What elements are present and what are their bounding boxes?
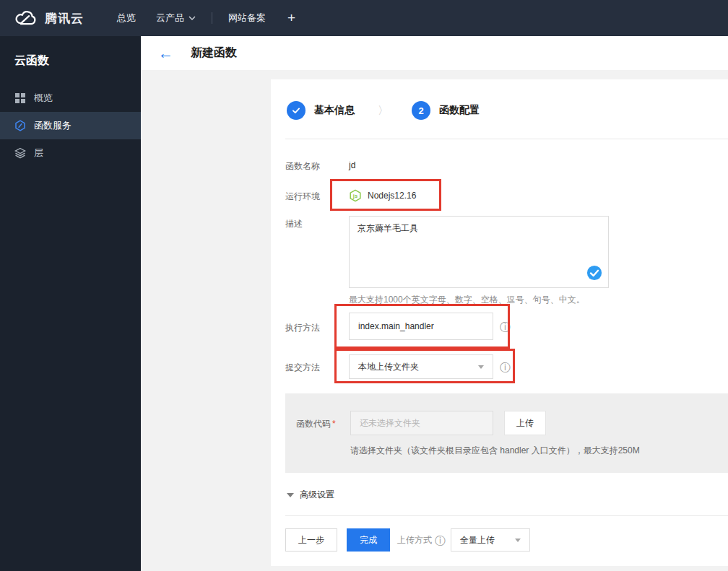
runtime-label: 运行环境 xyxy=(285,188,349,203)
page-title: 新建函数 xyxy=(191,45,237,61)
upload-button[interactable]: 上传 xyxy=(504,411,546,435)
sidebar-item-label: 层 xyxy=(34,147,43,160)
required-asterisk: * xyxy=(332,419,336,429)
function-hexagon-icon xyxy=(14,120,26,131)
folder-path-input xyxy=(350,411,493,435)
sidebar-item-layers[interactable]: 层 xyxy=(0,139,141,167)
nav-item-cloud-products[interactable]: 云产品 xyxy=(146,0,206,36)
top-nav-menu: 总览 云产品 网站备案 + xyxy=(107,0,307,36)
step2-number-circle: 2 xyxy=(412,101,430,120)
svg-text:js: js xyxy=(352,193,358,199)
function-code-section: 函数代码* 上传 请选择文件夹（该文件夹根目录应包含 handler 入口文件）… xyxy=(285,393,728,473)
caret-down-icon xyxy=(515,539,521,542)
runtime-value: Nodejs12.16 xyxy=(368,191,416,201)
caret-down-icon xyxy=(478,365,484,369)
brand-name: 腾讯云 xyxy=(45,10,84,27)
runtime-row: 运行环境 js Nodejs12.16 xyxy=(285,188,728,203)
previous-step-button[interactable]: 上一步 xyxy=(285,528,337,552)
function-config-form: 函数名称 jd 运行环境 js xyxy=(285,158,728,552)
step1-check-circle-icon xyxy=(287,101,306,120)
upload-mode-select[interactable]: 全量上传 xyxy=(451,528,530,552)
advanced-settings-label: 高级设置 xyxy=(300,489,334,501)
handler-row: 执行方法 ⓘ xyxy=(285,313,728,340)
function-code-label-text: 函数代码 xyxy=(296,419,331,429)
layers-icon xyxy=(14,147,26,159)
create-function-card: 基本信息 〉 2 函数配置 函数名称 jd 运行环境 xyxy=(271,79,728,566)
handler-label: 执行方法 xyxy=(285,313,349,340)
info-icon[interactable]: ⓘ xyxy=(500,321,511,332)
footer-actions: 上一步 完成 上传方式 ⓘ 全量上传 xyxy=(285,528,728,552)
nav-divider xyxy=(212,12,212,24)
upload-mode-value: 全量上传 xyxy=(460,534,495,546)
sidebar-item-overview[interactable]: 概览 xyxy=(0,84,141,112)
tencent-cloud-brand[interactable]: 腾讯云 xyxy=(0,10,94,27)
nodejs-icon: js xyxy=(349,189,362,202)
sidebar-item-label: 概览 xyxy=(34,92,53,105)
page-header: ← 新建函数 xyxy=(141,36,728,70)
sidebar-item-label: 函数服务 xyxy=(34,119,72,132)
description-row: 描述 京东薅羊毛工具 最大支持1000个英文字母、数字、空格、逗号、句号、中文。 xyxy=(285,216,728,306)
function-name-label: 函数名称 xyxy=(285,158,349,173)
info-icon[interactable]: ⓘ xyxy=(500,362,511,372)
submit-method-value: 本地上传文件夹 xyxy=(358,361,419,373)
advanced-settings-toggle[interactable]: 高级设置 xyxy=(287,489,728,501)
function-code-helper-text: 请选择文件夹（该文件夹根目录应包含 handler 入口文件），最大支持250M xyxy=(350,445,714,457)
sidebar-item-function-service[interactable]: 函数服务 xyxy=(0,112,141,139)
step2-label: 函数配置 xyxy=(439,104,480,117)
description-helper-text: 最大支持1000个英文字母、数字、空格、逗号、句号、中文。 xyxy=(349,294,609,306)
top-navbar: 腾讯云 总览 云产品 网站备案 + xyxy=(0,0,728,36)
sidebar: 云函数 概览 函数服务 层 xyxy=(0,36,141,571)
divider xyxy=(285,139,728,139)
back-arrow-icon[interactable]: ← xyxy=(158,45,173,61)
info-icon[interactable]: ⓘ xyxy=(435,535,446,546)
nav-item-overview[interactable]: 总览 xyxy=(107,0,146,36)
function-name-row: 函数名称 jd xyxy=(285,158,728,173)
submit-method-row: 提交方法 本地上传文件夹 ⓘ xyxy=(285,354,728,379)
sidebar-title: 云函数 xyxy=(0,36,141,84)
function-code-label: 函数代码* xyxy=(296,411,350,435)
chevron-down-icon xyxy=(188,16,196,20)
nav-icp-label: 网站备案 xyxy=(228,12,266,25)
check-circle-icon xyxy=(586,265,602,281)
triangle-down-icon xyxy=(287,493,294,497)
grid-icon xyxy=(14,92,26,104)
nav-overview-label: 总览 xyxy=(117,12,136,25)
description-label: 描述 xyxy=(285,216,349,306)
nav-item-icp[interactable]: 网站备案 xyxy=(218,0,276,36)
step-indicator: 基本信息 〉 2 函数配置 xyxy=(285,79,728,139)
description-textarea[interactable]: 京东薅羊毛工具 xyxy=(349,216,609,288)
function-name-value: jd xyxy=(349,160,355,170)
nav-cloud-products-label: 云产品 xyxy=(156,12,184,25)
handler-input[interactable] xyxy=(349,313,493,340)
tencent-cloud-logo-icon xyxy=(13,10,38,27)
submit-method-select[interactable]: 本地上传文件夹 xyxy=(349,354,493,379)
add-tab-button[interactable]: + xyxy=(276,10,307,26)
finish-button[interactable]: 完成 xyxy=(347,528,390,552)
step1-label: 基本信息 xyxy=(314,104,355,117)
submit-method-label: 提交方法 xyxy=(285,354,349,379)
upload-mode-label: 上传方式 xyxy=(397,534,432,546)
upload-mode-group: 上传方式 ⓘ xyxy=(397,534,446,546)
divider xyxy=(285,515,728,516)
chevron-right-icon: 〉 xyxy=(378,104,389,118)
main-area: ← 新建函数 基本信息 〉 2 函数配置 函数名称 jd xyxy=(141,36,728,571)
